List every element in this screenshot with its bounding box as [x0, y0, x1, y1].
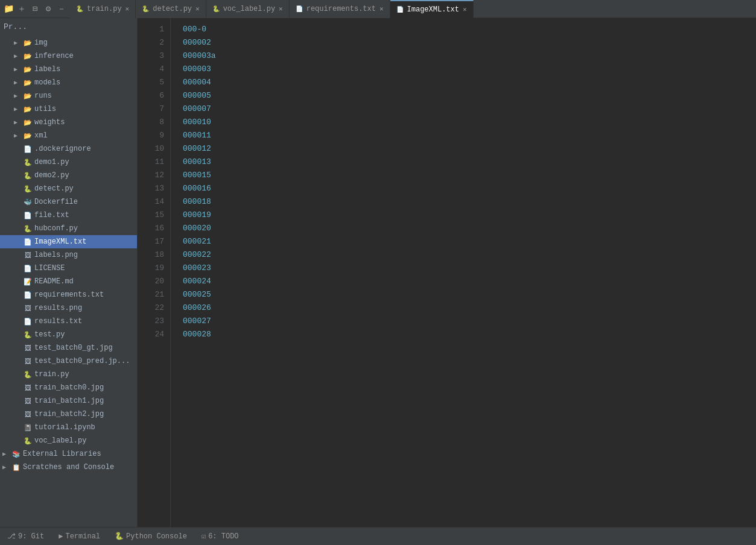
- sidebar-item-train-batch2-jpg[interactable]: 🖼train_batch2.jpg: [0, 408, 137, 421]
- sidebar-item-train-batch1-jpg[interactable]: 🖼train_batch1.jpg: [0, 394, 137, 408]
- tree-item-label: .dockerignore: [34, 145, 91, 153]
- sidebar-item-train-batch0-jpg[interactable]: 🖼train_batch0.jpg: [0, 381, 137, 394]
- sidebar-item--dockerignore[interactable]: 📄.dockerignore: [0, 142, 137, 156]
- tab-close-train[interactable]: ✕: [125, 5, 130, 13]
- tab-icon-imagexml: 📄: [396, 6, 404, 13]
- file-icon: 📝: [23, 278, 33, 286]
- sidebar-item-demo1-py[interactable]: 🐍demo1.py: [0, 156, 137, 169]
- project-icon[interactable]: 📁: [2, 3, 14, 15]
- file-icon: 📄: [23, 318, 33, 326]
- bottom-item-icon: ☑: [202, 532, 206, 541]
- bottom-item-python-console[interactable]: 🐍Python Console: [112, 528, 189, 545]
- sidebar-item-results-png[interactable]: 🖼results.png: [0, 301, 137, 315]
- line-number: 6: [138, 89, 164, 102]
- sidebar-item-results-txt[interactable]: 📄results.txt: [0, 315, 137, 328]
- code-line: 000018: [183, 195, 756, 209]
- tab-icon-voc_label: 🐍: [212, 5, 220, 13]
- sidebar-item-demo2-py[interactable]: 🐍demo2.py: [0, 169, 137, 182]
- tab-train[interactable]: 🐍train.py✕: [70, 0, 136, 18]
- code-line: 000022: [183, 248, 756, 262]
- code-line: 000021: [183, 235, 756, 248]
- sidebar-item-img[interactable]: ▶📂img: [0, 36, 137, 49]
- tree-item-label: voc_label.py: [34, 436, 86, 445]
- line-number: 24: [138, 328, 164, 341]
- file-icon: 🐍: [23, 185, 33, 193]
- tab-requirements[interactable]: 📄requirements.txt✕: [290, 0, 390, 18]
- sidebar-item-external-libraries[interactable]: ▶📚External Libraries: [0, 447, 137, 461]
- sidebar-item-labels[interactable]: ▶📂labels: [0, 63, 137, 76]
- bottom-item-label: 9: Git: [18, 532, 44, 541]
- file-icon: 🐍: [23, 159, 33, 166]
- tree-item-label: models: [34, 78, 60, 87]
- tree-arrow: ▶: [14, 39, 21, 46]
- sidebar-item-scratches-and-console[interactable]: ▶📋Scratches and Console: [0, 461, 137, 474]
- sidebar-item-utils[interactable]: ▶📂utils: [0, 102, 137, 116]
- line-number: 3: [138, 49, 164, 63]
- tree-item-label: test_batch0_gt.jpg: [34, 344, 113, 352]
- line-number: 8: [138, 116, 164, 129]
- file-icon: 🖼: [23, 344, 33, 352]
- sidebar-header: Pr...: [0, 18, 137, 35]
- sidebar-item-file-txt[interactable]: 📄file.txt: [0, 209, 137, 222]
- tab-icon-train: 🐍: [76, 5, 83, 13]
- sidebar-item-tutorial-ipynb[interactable]: 📓tutorial.ipynb: [0, 421, 137, 434]
- sidebar-item-hubconf-py[interactable]: 🐍hubconf.py: [0, 222, 137, 235]
- tree-item-label: test.py: [34, 330, 65, 339]
- bottom-item-9:-git[interactable]: ⎇9: Git: [5, 528, 46, 545]
- tab-close-voc_label[interactable]: ✕: [279, 5, 283, 13]
- sidebar-item-test-batch0-pred-jp---[interactable]: 🖼test_batch0_pred.jp...: [0, 354, 137, 368]
- sidebar-item-labels-png[interactable]: 🖼labels.png: [0, 248, 137, 262]
- tree-item-label: weights: [34, 118, 65, 127]
- sidebar-item-inference[interactable]: ▶📂inference: [0, 49, 137, 63]
- sidebar-item-ImageXML-txt[interactable]: 📄ImageXML.txt: [0, 235, 137, 248]
- folder-icon: 📋: [11, 464, 21, 471]
- code-line: 000025: [183, 288, 756, 301]
- line-number: 13: [138, 182, 164, 195]
- bottom-item-icon: 🐍: [115, 532, 124, 541]
- tree-item-label: ImageXML.txt: [34, 238, 86, 246]
- sidebar-item-weights[interactable]: ▶📂weights: [0, 116, 137, 129]
- code-line: 000010: [183, 116, 756, 129]
- code-line: 000003: [183, 63, 756, 76]
- sidebar-item-test-py[interactable]: 🐍test.py: [0, 328, 137, 341]
- code-line: 000015: [183, 169, 756, 182]
- sidebar-item-Dockerfile[interactable]: 🐳Dockerfile: [0, 195, 137, 209]
- minimize-icon[interactable]: －: [56, 3, 68, 15]
- line-number: 20: [138, 275, 164, 288]
- line-number: 22: [138, 301, 164, 315]
- code-content[interactable]: 000-0000002000003a0000030000040000050000…: [171, 18, 756, 527]
- tab-close-imagexml[interactable]: ✕: [463, 5, 467, 13]
- sidebar-item-requirements-txt[interactable]: 📄requirements.txt: [0, 288, 137, 301]
- line-number: 16: [138, 222, 164, 235]
- sidebar-item-test-batch0-gt-jpg[interactable]: 🖼test_batch0_gt.jpg: [0, 341, 137, 354]
- tab-close-detect[interactable]: ✕: [195, 5, 200, 13]
- tab-detect[interactable]: 🐍detect.py✕: [136, 0, 206, 18]
- bottom-item-6:-todo[interactable]: ☑6: TODO: [199, 528, 241, 545]
- line-number: 5: [138, 76, 164, 89]
- tab-imagexml[interactable]: 📄ImageXML.txt✕: [390, 0, 474, 18]
- sidebar-item-models[interactable]: ▶📂models: [0, 76, 137, 89]
- sidebar-item-LICENSE[interactable]: 📄LICENSE: [0, 262, 137, 275]
- sidebar-item-train-py[interactable]: 🐍train.py: [0, 368, 137, 381]
- code-line: 000007: [183, 102, 756, 116]
- tab-close-requirements[interactable]: ✕: [380, 5, 384, 13]
- tab-icon-detect: 🐍: [142, 5, 149, 13]
- sidebar-item-README-md[interactable]: 📝README.md: [0, 275, 137, 288]
- sidebar-item-voc-label-py[interactable]: 🐍voc_label.py: [0, 434, 137, 447]
- sidebar-item-xml[interactable]: ▶📂xml: [0, 129, 137, 142]
- file-icon: 🐍: [23, 331, 33, 339]
- tabs-container: 🐍train.py✕🐍detect.py✕🐍voc_label.py✕📄requ…: [70, 0, 756, 18]
- tab-voc_label[interactable]: 🐍voc_label.py✕: [206, 0, 290, 18]
- file-icon: 📂: [23, 52, 33, 60]
- bottom-item-terminal[interactable]: ▶Terminal: [56, 528, 103, 545]
- split-icon[interactable]: ⊟: [29, 3, 41, 15]
- sidebar-item-detect-py[interactable]: 🐍detect.py: [0, 182, 137, 195]
- line-number: 7: [138, 102, 164, 116]
- tree-item-label: labels.png: [34, 251, 78, 259]
- tab-bar: 📁 ＋ ⊟ ⚙ － 🐍train.py✕🐍detect.py✕🐍voc_labe…: [0, 0, 756, 18]
- file-icon: 🐍: [23, 225, 33, 233]
- settings-icon[interactable]: ⚙: [42, 3, 54, 15]
- sidebar-item-runs[interactable]: ▶📂runs: [0, 89, 137, 102]
- add-tab-icon[interactable]: ＋: [16, 3, 28, 15]
- tree-item-label: train_batch2.jpg: [34, 410, 104, 418]
